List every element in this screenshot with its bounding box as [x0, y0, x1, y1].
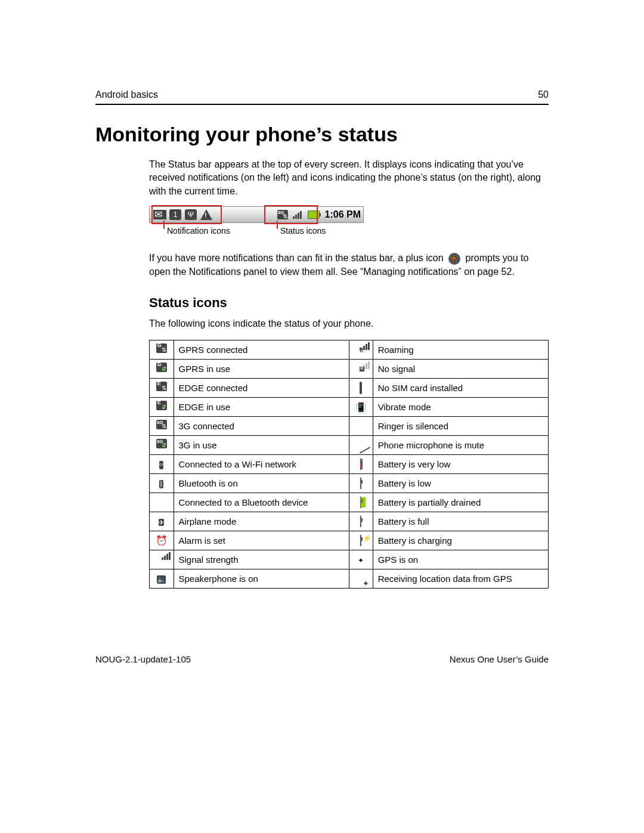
status-icons-heading: Status icons	[149, 294, 549, 312]
gprs-connected-icon	[150, 340, 174, 360]
guide-name: Nexus One User’s Guide	[450, 654, 549, 664]
overflow-text-a: If you have more notifications than can …	[149, 253, 444, 263]
table-row: GPRS in use No signal	[150, 360, 549, 379]
table-row: ✈ Airplane mode Battery is full	[150, 512, 549, 531]
wifi-icon: ⌔	[150, 455, 174, 474]
cell-label: Roaming	[373, 340, 548, 360]
battery-low-icon	[349, 474, 373, 493]
battery-full-icon	[349, 512, 373, 531]
page-footer: NOUG-2.1-update1-105 Nexus One User’s Gu…	[95, 654, 549, 664]
airplane-mode-icon: ✈	[150, 512, 174, 531]
status-bar-time: 1:06 PM	[325, 208, 361, 221]
table-row: 🔈 Speakerphone is on Receiving location …	[150, 569, 549, 589]
label-notification-icons: Notification icons	[167, 225, 230, 237]
page-title: Monitoring your phone’s status	[95, 123, 549, 146]
cell-label: Signal strength	[174, 550, 349, 569]
vibrate-icon: 📳	[349, 398, 373, 417]
bluetooth-connected-icon	[150, 493, 174, 512]
cell-label: Vibrate mode	[373, 398, 548, 417]
status-bar-illustration: 1 Ψ 1:06 PM	[149, 206, 364, 223]
table-row: GPRS connected R Roaming	[150, 340, 549, 360]
overflow-paragraph: If you have more notifications than can …	[149, 252, 549, 278]
label-status-icons: Status icons	[280, 225, 326, 237]
status-icons-table: GPRS connected R Roaming GPRS in use No …	[149, 340, 549, 589]
doc-id: NOUG-2.1-update1-105	[95, 654, 191, 664]
ringer-silenced-icon	[349, 417, 373, 436]
roaming-icon: R	[349, 340, 373, 360]
table-row: Signal strength ✦ GPS is on	[150, 550, 549, 569]
running-header: Android basics 50	[95, 89, 549, 105]
cell-label: 3G connected	[174, 417, 349, 436]
edge-in-use-icon	[150, 398, 174, 417]
cell-label: EDGE in use	[174, 398, 349, 417]
bluetooth-on-icon: ᛒ	[150, 474, 174, 493]
page-number: 50	[538, 89, 549, 100]
gps-receiving-icon	[349, 569, 373, 589]
body: The Status bar appears at the top of eve…	[149, 158, 549, 589]
cell-label: Phone microphone is mute	[373, 436, 548, 455]
cell-label: Battery is very low	[373, 455, 548, 474]
plus-icon	[448, 253, 460, 265]
cell-label: Battery is partially drained	[373, 493, 548, 512]
intro-paragraph: The Status bar appears at the top of eve…	[149, 158, 549, 198]
cell-label: Ringer is silenced	[373, 417, 548, 436]
cell-label: EDGE connected	[174, 379, 349, 398]
table-row: 3G in use Phone microphone is mute	[150, 436, 549, 455]
battery-charging-icon	[349, 531, 373, 550]
cell-label: Battery is low	[373, 474, 548, 493]
cell-label: Receiving location data from GPS	[373, 569, 548, 589]
three-g-connected-icon	[150, 417, 174, 436]
table-row: ᛒ Bluetooth is on Battery is low	[150, 474, 549, 493]
cell-label: Connected to a Wi-Fi network	[174, 455, 349, 474]
alarm-icon: ⏰	[150, 531, 174, 550]
status-icons-lead: The following icons indicate the status …	[149, 317, 549, 330]
cell-label: Speakerphone is on	[174, 569, 349, 589]
cell-label: Alarm is set	[174, 531, 349, 550]
cell-label: Connected to a Bluetooth device	[174, 493, 349, 512]
callout-box-status	[264, 205, 318, 224]
table-row: EDGE in use 📳 Vibrate mode	[150, 398, 549, 417]
cell-label: Bluetooth is on	[174, 474, 349, 493]
cell-label: GPRS connected	[174, 340, 349, 360]
battery-very-low-icon	[349, 455, 373, 474]
cell-label: Airplane mode	[174, 512, 349, 531]
cell-label: 3G in use	[174, 436, 349, 455]
cell-label: Battery is charging	[373, 531, 548, 550]
table-row: ⏰ Alarm is set Battery is charging	[150, 531, 549, 550]
gprs-in-use-icon	[150, 360, 174, 379]
gps-on-icon: ✦	[349, 550, 373, 569]
cell-label: No SIM card installed	[373, 379, 548, 398]
table-row: 3G connected Ringer is silenced	[150, 417, 549, 436]
section-name: Android basics	[95, 89, 158, 100]
table-row: Connected to a Bluetooth device Battery …	[150, 493, 549, 512]
no-sim-icon	[349, 379, 373, 398]
cell-label: No signal	[373, 360, 548, 379]
three-g-in-use-icon	[150, 436, 174, 455]
status-bar-labels: Notification icons Status icons	[149, 225, 549, 243]
page: Android basics 50 Monitoring your phone’…	[0, 0, 644, 833]
speakerphone-icon: 🔈	[150, 569, 174, 589]
cell-label: GPS is on	[373, 550, 548, 569]
table-row: EDGE connected No SIM card installed	[150, 379, 549, 398]
no-signal-icon	[349, 360, 373, 379]
battery-partial-icon	[349, 493, 373, 512]
signal-strength-icon	[150, 550, 174, 569]
mic-mute-icon	[349, 436, 373, 455]
edge-connected-icon	[150, 379, 174, 398]
table-row: ⌔ Connected to a Wi-Fi network Battery i…	[150, 455, 549, 474]
cell-label: GPRS in use	[174, 360, 349, 379]
cell-label: Battery is full	[373, 512, 548, 531]
callout-box-notifications	[151, 205, 222, 224]
